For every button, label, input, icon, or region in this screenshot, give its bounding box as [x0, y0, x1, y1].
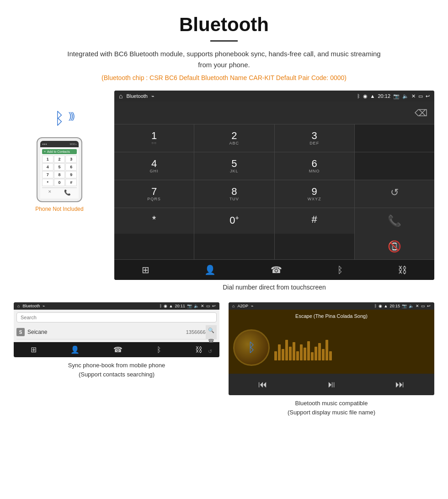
album-bt-icon: ᛒ	[248, 340, 256, 355]
phonebook-caption: Sync phone-book from mobile phone(Suppor…	[68, 361, 165, 379]
prev-icon[interactable]: ⏮	[258, 379, 267, 390]
nav-link-icon[interactable]: ⛓	[398, 265, 407, 275]
eq-bar	[289, 347, 292, 360]
signal-arcs-icon: )))	[69, 111, 74, 121]
eq-bars	[274, 335, 425, 360]
dial-keypad: 1 ○○ 2 ABC 3 DEF 4 GHI 5	[114, 124, 434, 234]
pb-nav-bt-icon[interactable]: ᛒ	[157, 346, 161, 354]
dial-end-row: 📵	[114, 234, 434, 259]
ms-sig-icon: ▲	[384, 304, 388, 308]
phonebook-status-bar: ⌂ Bluetooth ⌁ ᛒ ◉ ▲ 20:11 📷 🔈 ✕ ▭ ↩	[14, 302, 219, 310]
pb-nav-phone-icon[interactable]: ☎	[113, 345, 123, 354]
phone-key-hash: #	[65, 179, 77, 186]
phonebook-screen: ⌂ Bluetooth ⌁ ᛒ ◉ ▲ 20:11 📷 🔈 ✕ ▭ ↩	[14, 302, 219, 357]
nav-bt-icon[interactable]: ᛒ	[337, 265, 343, 275]
music-controls: ⏮ ⏯ ⏭	[229, 374, 434, 395]
dial-key-7[interactable]: 7 PQRS	[114, 180, 194, 208]
music-caption: Bluetooth music compatible(Support displ…	[288, 399, 375, 417]
music-body: Escape (The Pina Colada Song) ᛒ	[229, 310, 434, 374]
eq-bar	[315, 347, 317, 360]
phone-bottom-bar: ✕ 📞	[42, 188, 77, 197]
ms-home-icon: ⌂	[232, 304, 235, 308]
ms-win-icon: ▭	[421, 304, 425, 308]
dial-key-call-green[interactable]: 📞	[355, 208, 434, 234]
pb-bt-icon: ᛒ	[160, 304, 162, 308]
music-screen-item: ⌂ A2DP ⌁ ᛒ ◉ ▲ 20:15 📷 🔈 ✕ ▭ ↩	[229, 302, 434, 417]
pb-cam-icon: 📷	[187, 304, 192, 308]
back-icon: ↩	[426, 93, 430, 99]
dial-key-2[interactable]: 2 ABC	[194, 124, 274, 152]
nav-person-icon[interactable]: 👤	[204, 264, 216, 275]
screen-label: Bluetooth	[126, 93, 147, 99]
pb-time: 20:11	[175, 304, 185, 308]
status-bar: ⌂ Bluetooth ⌁ ᛒ ◉ ▲ 20:12 📷 🔈 ✕ ▭ ↩	[114, 91, 434, 102]
dial-empty-b	[194, 234, 274, 259]
pb-label: Bluetooth	[22, 304, 40, 308]
ms-label: A2DP	[237, 304, 248, 308]
pb-x-icon: ✕	[201, 304, 204, 308]
pb-call-side-icon[interactable]: ☎	[208, 338, 214, 344]
pb-refresh-side-icon[interactable]: ↺	[208, 349, 214, 354]
eq-bar	[282, 349, 284, 360]
dial-empty-a	[114, 234, 194, 259]
backspace-icon[interactable]: ⌫	[415, 107, 427, 118]
dial-key-6[interactable]: 6 MNO	[275, 152, 354, 180]
dial-key-4[interactable]: 4 GHI	[114, 152, 194, 180]
bluetooth-icon: ᛒ	[54, 109, 64, 128]
dial-key-9[interactable]: 9 WXYZ	[275, 180, 354, 208]
pb-win-icon: ▭	[206, 304, 210, 308]
status-right: ᛒ ◉ ▲ 20:12 📷 🔈 ✕ ▭ ↩	[357, 93, 430, 99]
nav-grid-icon[interactable]: ⊞	[142, 264, 149, 275]
eq-bar	[285, 340, 288, 360]
dial-key-end-call[interactable]: 📵	[355, 234, 434, 259]
phone-area: ᛒ ))) ●●● M30+ +Add to Contacts 1 2 3 4 …	[14, 91, 105, 212]
location-icon: ◉	[363, 93, 368, 99]
eq-bar	[300, 344, 303, 360]
dial-key-5[interactable]: 5 JKL	[194, 152, 274, 180]
ms-usb-icon: ⌁	[251, 304, 253, 308]
dial-key-star[interactable]: *	[114, 208, 194, 234]
ms-bt-icon: ᛒ	[374, 304, 377, 308]
eq-bar	[293, 342, 295, 360]
dial-key-0[interactable]: 0+	[194, 208, 274, 234]
dial-key-8[interactable]: 8 TUV	[194, 180, 274, 208]
phone-key-3: 3	[65, 156, 77, 163]
ms-time: 20:15	[389, 304, 400, 308]
phone-key-1: 1	[42, 156, 53, 163]
pb-nav-grid-icon[interactable]: ⊞	[31, 345, 37, 354]
pb-usb-icon: ⌁	[43, 304, 45, 308]
phone-top-bar: ●●● M30+	[40, 141, 79, 147]
dial-key-hash[interactable]: #	[275, 208, 354, 234]
close-icon: ✕	[411, 93, 416, 99]
pb-nav-person-icon[interactable]: 👤	[70, 345, 80, 354]
dial-caption: Dial number direct from touchscreen	[114, 284, 434, 291]
dial-key-3[interactable]: 3 DEF	[275, 124, 354, 152]
eq-bar	[296, 351, 299, 360]
usb-icon: ⌁	[151, 93, 155, 99]
time-display: 20:12	[378, 93, 390, 99]
ms-x-icon: ✕	[416, 304, 419, 308]
ms-vol-icon: 🔈	[409, 304, 414, 308]
ms-cam-icon: 📷	[402, 304, 407, 308]
next-icon[interactable]: ⏭	[395, 379, 405, 390]
pb-home-icon: ⌂	[17, 304, 20, 308]
pb-nav-link-icon[interactable]: ⛓	[195, 346, 203, 354]
phone-key-8: 8	[54, 171, 65, 178]
phone-key-star: *	[42, 179, 53, 186]
nav-phone-icon[interactable]: ☎	[271, 264, 282, 275]
dial-key-1[interactable]: 1 ○○	[114, 124, 194, 152]
page-title: Bluetooth	[9, 14, 439, 36]
dial-key-refresh[interactable]: ↺	[355, 180, 434, 208]
title-section: Bluetooth Integrated with BC6 Bluetooth …	[0, 0, 448, 86]
contact-letter: S	[16, 328, 25, 336]
eq-bar	[322, 349, 325, 360]
pb-search-side-icon[interactable]: 🔍	[208, 327, 214, 333]
dial-screen: ⌂ Bluetooth ⌁ ᛒ ◉ ▲ 20:12 📷 🔈 ✕ ▭ ↩	[114, 91, 434, 280]
eq-bar	[307, 341, 310, 360]
search-input[interactable]	[16, 312, 217, 322]
play-pause-icon[interactable]: ⏯	[327, 379, 336, 390]
phonebook-body: S Seicane 13566664466 🔍 ☎ ↺	[14, 310, 219, 342]
ms-back-icon: ↩	[427, 304, 431, 308]
phone-mockup: ●●● M30+ +Add to Contacts 1 2 3 4 5 6 7 …	[37, 137, 82, 202]
dial-key-empty-2	[355, 152, 434, 180]
